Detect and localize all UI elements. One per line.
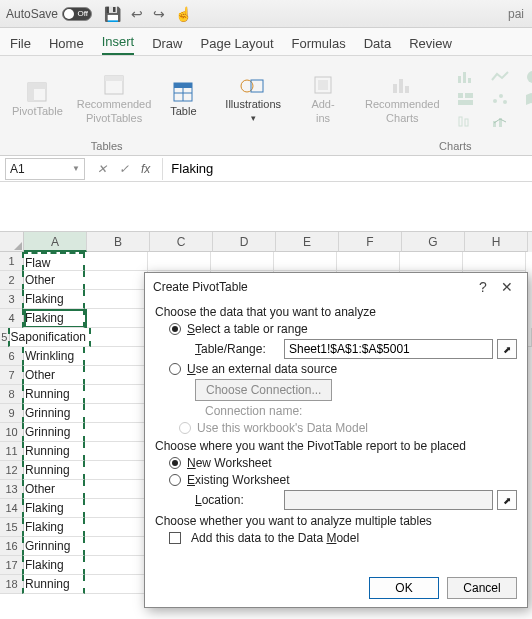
col-header-h[interactable]: H [465,232,528,252]
row-header[interactable]: 16 [0,537,24,556]
table-button[interactable]: Table [161,79,205,119]
checkbox-add-to-model[interactable]: Add this data to the Data Model [169,531,517,545]
cell[interactable]: Flaking [22,518,85,537]
cell[interactable]: Running [22,385,85,404]
collapse-dialog-icon[interactable]: ⬈ [497,339,517,359]
row-header[interactable]: 14 [0,499,24,518]
undo-icon[interactable]: ↩ [131,6,143,22]
tab-page-layout[interactable]: Page Layout [201,36,274,55]
row-header[interactable]: 4 [0,309,24,328]
touch-mode-icon[interactable]: ☝ [175,6,192,22]
map-chart-icon[interactable] [518,89,532,109]
cell[interactable] [85,309,148,328]
tab-insert[interactable]: Insert [102,34,135,55]
tab-file[interactable]: File [10,36,31,55]
location-input[interactable] [284,490,493,510]
cell[interactable] [85,271,148,290]
cell[interactable]: Flaw [22,252,85,271]
cell[interactable] [85,252,148,271]
cell[interactable] [85,556,148,575]
hierarchy-chart-icon[interactable] [450,89,482,109]
radio-select-range[interactable]: Select a table or range [169,322,517,336]
recommended-charts-button[interactable]: Recommended Charts [361,72,444,126]
pivottable-button[interactable]: PivotTable [8,79,67,119]
chevron-down-icon[interactable]: ▼ [72,164,80,173]
cell[interactable]: Running [22,575,85,594]
select-all-corner[interactable] [0,232,24,252]
redo-icon[interactable]: ↪ [153,6,165,22]
cell[interactable] [85,499,148,518]
cell[interactable] [463,252,526,271]
radio-new-worksheet[interactable]: New Worksheet [169,456,517,470]
close-icon[interactable]: ✕ [495,279,519,295]
cell[interactable] [85,366,148,385]
cell[interactable] [85,385,148,404]
cell[interactable]: Other [22,480,85,499]
tab-review[interactable]: Review [409,36,452,55]
addins-button[interactable]: Add- ins [301,72,345,126]
cell[interactable] [400,252,463,271]
col-header-a[interactable]: A [24,232,87,252]
cell[interactable] [85,404,148,423]
row-header[interactable]: 18 [0,575,24,594]
statistic-chart-icon[interactable] [450,111,482,131]
cell[interactable]: Flaking [22,290,85,309]
name-box[interactable]: A1 ▼ [5,158,85,180]
combo-chart-icon[interactable] [484,111,516,131]
col-header-g[interactable]: G [402,232,465,252]
row-header[interactable]: 8 [0,385,24,404]
cancel-formula-icon[interactable]: ✕ [97,162,107,176]
row-header[interactable]: 1 [0,252,24,271]
cell[interactable]: Flaking [22,499,85,518]
table-range-input[interactable] [284,339,493,359]
column-chart-icon[interactable] [450,67,482,87]
cell[interactable]: Running [22,461,85,480]
radio-external-source[interactable]: Use an external data source [169,362,517,376]
cell[interactable] [148,252,211,271]
cell[interactable] [85,537,148,556]
cell[interactable] [85,442,148,461]
row-header[interactable]: 12 [0,461,24,480]
cell[interactable]: Grinning [22,423,85,442]
col-header-c[interactable]: C [150,232,213,252]
accept-formula-icon[interactable]: ✓ [119,162,129,176]
tab-data[interactable]: Data [364,36,391,55]
row-header[interactable]: 9 [0,404,24,423]
row-header[interactable]: 3 [0,290,24,309]
cell[interactable]: Saponification [8,328,91,347]
row-header[interactable]: 13 [0,480,24,499]
cell[interactable] [85,461,148,480]
cell[interactable] [337,252,400,271]
fx-icon[interactable]: fx [141,162,150,176]
cell[interactable] [85,480,148,499]
tab-draw[interactable]: Draw [152,36,182,55]
cell[interactable]: Grinning [22,404,85,423]
cell[interactable] [211,252,274,271]
recommended-pivottables-button[interactable]: Recommended PivotTables [73,72,156,126]
cell[interactable]: Flaking [22,556,85,575]
col-header-e[interactable]: E [276,232,339,252]
col-header-b[interactable]: B [87,232,150,252]
formula-input[interactable] [162,158,532,180]
collapse-dialog-icon[interactable]: ⬈ [497,490,517,510]
cell[interactable] [85,423,148,442]
autosave-toggle[interactable]: AutoSave Off [6,7,92,21]
row-header[interactable]: 6 [0,347,24,366]
row-header[interactable]: 2 [0,271,24,290]
ok-button[interactable]: OK [369,577,439,599]
radio-existing-worksheet[interactable]: Existing Worksheet [169,473,517,487]
dialog-titlebar[interactable]: Create PivotTable ? ✕ [145,273,527,301]
cell[interactable] [274,252,337,271]
cell[interactable]: Other [22,366,85,385]
help-icon[interactable]: ? [471,279,495,295]
row-header[interactable]: 7 [0,366,24,385]
col-header-d[interactable]: D [213,232,276,252]
toggle-switch-icon[interactable]: Off [62,7,92,21]
cell[interactable]: Flaking [22,309,85,328]
row-header[interactable]: 11 [0,442,24,461]
scatter-chart-icon[interactable] [484,89,516,109]
tab-formulas[interactable]: Formulas [292,36,346,55]
cell[interactable] [85,347,148,366]
pie-chart-icon[interactable] [518,67,532,87]
cell[interactable] [85,518,148,537]
